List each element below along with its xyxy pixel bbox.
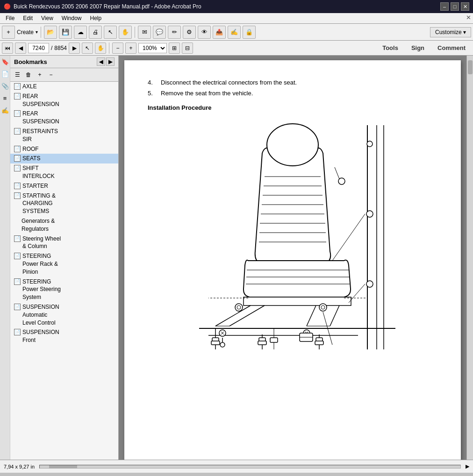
- hand-tool-nav[interactable]: ✋: [95, 43, 106, 54]
- menu-window[interactable]: Window: [58, 14, 86, 22]
- send-btn[interactable]: 📤: [213, 26, 226, 39]
- page-number-input[interactable]: [28, 43, 49, 53]
- bookmark-icon-sw: 📄: [14, 235, 21, 242]
- svg-point-47: [366, 281, 373, 287]
- bookmark-steering-rack[interactable]: 📄 STEERINGPower Rack &Pinion: [10, 251, 118, 277]
- bookmark-label-ps: STEERINGPower SteeringSystem: [22, 278, 116, 301]
- create-dropdown-icon[interactable]: ▾: [36, 29, 38, 35]
- svg-rect-42: [315, 341, 323, 345]
- menu-file[interactable]: File: [2, 14, 18, 22]
- menu-edit[interactable]: Edit: [19, 14, 36, 22]
- vertical-scrollbar[interactable]: [466, 56, 473, 460]
- panel-tab-signatures-icon[interactable]: ✍: [1, 106, 9, 114]
- comment-tool[interactable]: 💬: [153, 26, 166, 39]
- sidebar-delete-btn[interactable]: 🗑: [23, 70, 34, 80]
- scroll-thumb[interactable]: [468, 60, 473, 74]
- bookmark-label-rear2: REARSUSPENSION: [22, 110, 116, 126]
- sidebar-expand-btn[interactable]: ◀: [97, 57, 105, 66]
- nav-first[interactable]: ⏮: [2, 43, 13, 54]
- bookmark-label-front: SUSPENSIONFront: [22, 328, 116, 344]
- fit-page[interactable]: ⊟: [182, 43, 193, 54]
- seat-diagram: [148, 121, 437, 354]
- bookmark-generators[interactable]: Generators &Regulators: [10, 216, 118, 234]
- sidebar-toolbar: ☰ 🗑 + −: [10, 68, 118, 82]
- window-controls: – □ ✕: [440, 2, 469, 11]
- save-button[interactable]: 💾: [59, 26, 72, 39]
- bookmark-starter[interactable]: 📄 STARTER: [10, 181, 118, 191]
- bookmark-icon-rear1: 📄: [14, 93, 21, 99]
- print-button[interactable]: 🖨: [89, 26, 102, 39]
- bookmark-roof[interactable]: 📄 ROOF: [10, 144, 118, 154]
- comment-button[interactable]: Comment: [432, 43, 471, 53]
- markup-tool[interactable]: ✏: [168, 26, 181, 39]
- svg-point-45: [367, 141, 373, 147]
- bookmark-label-generators: Generators &Regulators: [22, 217, 116, 233]
- bookmark-rear-susp-1[interactable]: 📄 REARSUSPENSION: [10, 92, 118, 109]
- zoom-selector[interactable]: 100% 75% 125% 150%: [138, 43, 167, 53]
- left-panel-tabs: 🔖 📄 📎 ≡ ✍: [0, 56, 10, 460]
- cursor-tool[interactable]: ↖: [104, 26, 117, 39]
- sidebar-menu-btn[interactable]: ☰: [12, 70, 22, 80]
- maximize-button[interactable]: □: [451, 2, 459, 11]
- bookmark-icon-restraints: 📄: [14, 128, 21, 135]
- svg-line-17: [229, 305, 265, 326]
- review-btn[interactable]: 👁: [198, 26, 211, 39]
- panel-tab-layers-icon[interactable]: ≡: [1, 94, 9, 102]
- bookmark-icon-auto: 📄: [14, 304, 21, 310]
- close-panel-btn[interactable]: ✕: [466, 14, 471, 22]
- svg-line-51: [335, 167, 339, 179]
- sidebar-collapse-all-btn[interactable]: −: [46, 70, 56, 80]
- bookmark-starting[interactable]: 📄 STARTING &CHARGINGSYSTEMS: [10, 191, 118, 216]
- bookmark-shift[interactable]: 📄 SHIFTINTERLOCK: [10, 163, 118, 181]
- bookmark-restraints[interactable]: 📄 RESTRAINTSSIR: [10, 127, 118, 144]
- sign-button[interactable]: Sign: [406, 43, 430, 53]
- bookmark-icon-starting: 📄: [14, 192, 21, 199]
- bookmark-suspension-front[interactable]: 📄 SUSPENSIONFront: [10, 327, 118, 345]
- customize-button[interactable]: Customize ▾: [430, 27, 471, 37]
- email-button[interactable]: ✉: [138, 26, 151, 39]
- svg-rect-15: [244, 297, 351, 305]
- bookmarks-list: 📄 AXLE 📄 REARSUSPENSION 📄 REARSUSPENSION…: [10, 82, 118, 460]
- zoom-in[interactable]: +: [125, 43, 136, 54]
- nav-prev[interactable]: ◀: [15, 43, 26, 54]
- bookmark-rear-susp-2[interactable]: 📄 REARSUSPENSION: [10, 109, 118, 127]
- hand-tool[interactable]: ✋: [119, 26, 132, 39]
- settings-btn[interactable]: ⚙: [183, 26, 196, 39]
- svg-rect-58: [270, 338, 278, 342]
- cloud-button[interactable]: ☁: [74, 26, 87, 39]
- close-button[interactable]: ✕: [461, 2, 469, 11]
- bookmark-steering-ps[interactable]: 📄 STEERINGPower SteeringSystem: [10, 277, 118, 302]
- bookmark-icon-seats: 📄: [14, 155, 21, 162]
- svg-point-50: [338, 178, 345, 185]
- menu-help[interactable]: Help: [86, 14, 106, 22]
- create-label[interactable]: Create: [17, 29, 34, 36]
- select-tool[interactable]: ↖: [82, 43, 93, 54]
- nav-next[interactable]: ▶: [69, 43, 80, 54]
- sign-btn[interactable]: ✍: [228, 26, 241, 39]
- bookmark-seats[interactable]: 📄 SEATS: [10, 154, 118, 163]
- minimize-button[interactable]: –: [440, 2, 449, 11]
- bookmark-steering-wheel[interactable]: 📄 Steering Wheel& Column: [10, 234, 118, 252]
- sidebar-collapse-btn[interactable]: ▶: [106, 57, 115, 66]
- bookmark-icon-rack: 📄: [14, 253, 21, 259]
- h-scroll-thumb[interactable]: [49, 465, 77, 468]
- step-5-num: 5.: [148, 90, 157, 97]
- menu-view[interactable]: View: [37, 14, 57, 22]
- tools-button[interactable]: Tools: [377, 43, 404, 53]
- toolbar-create[interactable]: +: [2, 26, 15, 39]
- panel-tab-bookmarks-icon[interactable]: 🔖: [1, 57, 9, 66]
- open-button[interactable]: 📂: [44, 26, 57, 39]
- protect-btn[interactable]: 🔒: [243, 26, 256, 39]
- bookmark-icon-ps: 📄: [14, 278, 21, 285]
- svg-line-19: [307, 305, 316, 326]
- sidebar-expand-all-btn[interactable]: +: [35, 70, 45, 80]
- fit-width[interactable]: ⊞: [169, 43, 180, 54]
- bookmark-label-shift: SHIFTINTERLOCK: [22, 164, 116, 180]
- pdf-content-area[interactable]: 4. Disconnect the electrical connectors …: [119, 56, 466, 460]
- panel-tab-pages-icon[interactable]: 📄: [1, 70, 9, 78]
- bookmark-suspension-auto[interactable]: 📄 SUSPENSIONAutomaticLevel Control: [10, 302, 118, 327]
- panel-tab-attachments-icon[interactable]: 📎: [1, 82, 9, 90]
- bookmark-axle[interactable]: 📄 AXLE: [10, 82, 118, 92]
- zoom-out[interactable]: −: [112, 43, 123, 54]
- horizontal-scrollbar[interactable]: [39, 465, 461, 469]
